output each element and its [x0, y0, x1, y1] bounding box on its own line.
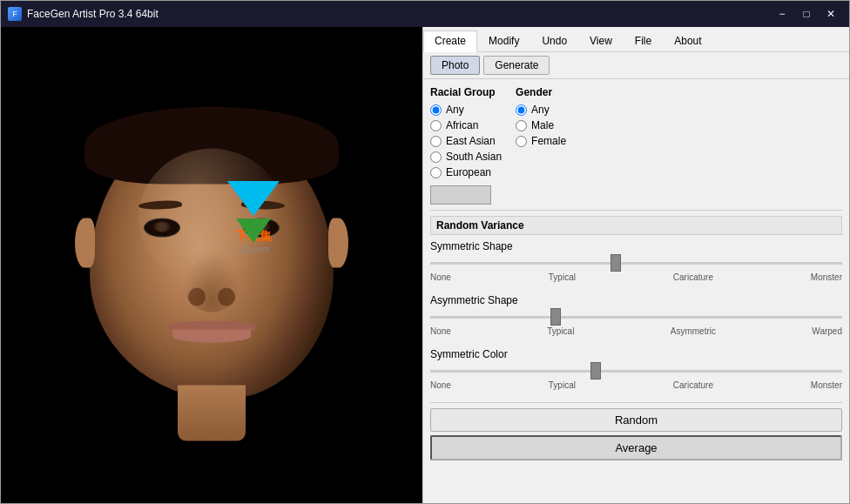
sym-color-label-monster: Monster	[811, 380, 842, 390]
sym-color-label-caricature: Caricature	[673, 380, 713, 390]
face-3d-view	[90, 120, 334, 399]
symmetric-shape-row: Symmetric Shape None Typical Caricature …	[430, 240, 842, 282]
random-variance-section-label: Random Variance	[430, 216, 842, 235]
asym-shape-label-asymmetric: Asymmetric	[671, 326, 716, 336]
racial-south-asian-radio[interactable]	[430, 151, 442, 163]
panel-content: Racial Group Any African	[423, 79, 849, 503]
gender-any[interactable]: Any	[516, 104, 566, 116]
sym-shape-label-typical: Typical	[549, 272, 576, 282]
age-input-box[interactable]	[430, 185, 491, 205]
sym-shape-label-monster: Monster	[811, 272, 842, 282]
racial-east-asian-label: East Asian	[446, 135, 496, 147]
eye-left	[144, 218, 180, 237]
ear-right	[328, 218, 347, 268]
app-icon: F	[8, 7, 22, 21]
sym-color-label-none: None	[430, 380, 451, 390]
gender-any-radio[interactable]	[516, 104, 527, 116]
racial-european-label: European	[446, 166, 491, 178]
average-button[interactable]: Average	[430, 435, 842, 460]
symmetric-color-track	[430, 362, 842, 380]
racial-european[interactable]: European	[430, 166, 502, 178]
gender-female-radio[interactable]	[516, 136, 527, 147]
photo-button[interactable]: Photo	[430, 56, 480, 75]
sym-shape-label-caricature: Caricature	[673, 272, 713, 282]
gender-section: Gender Any Male	[516, 86, 566, 205]
main-window: F FaceGen Artist Pro 3.4 64bit − □ ✕	[0, 0, 850, 504]
asymmetric-shape-row: Asymmetric Shape None Typical Asymmetric…	[430, 294, 842, 336]
symmetric-shape-slider[interactable]	[430, 262, 842, 265]
racial-european-radio[interactable]	[430, 167, 442, 178]
racial-group-label: Racial Group	[430, 86, 502, 98]
symmetric-color-tick-labels: None Typical Caricature Monster	[430, 380, 842, 390]
asymmetric-shape-tick-labels: None Typical Asymmetric Warped	[430, 326, 842, 336]
gender-label: Gender	[516, 86, 566, 98]
racial-any[interactable]: Any	[430, 104, 502, 116]
right-panel: Create Modify Undo View File About Photo…	[422, 27, 849, 503]
title-bar-left: F FaceGen Artist Pro 3.4 64bit	[8, 7, 159, 21]
divider-1	[430, 210, 842, 211]
racial-group-section: Racial Group Any African	[430, 86, 502, 205]
symmetric-color-label: Symmetric Color	[430, 348, 842, 360]
generate-button[interactable]: Generate	[483, 56, 550, 75]
mouth	[168, 320, 256, 343]
minimize-button[interactable]: −	[771, 5, 793, 23]
racial-south-asian[interactable]: South Asian	[430, 151, 502, 163]
divider-2	[430, 402, 842, 403]
racial-any-label: Any	[446, 104, 464, 116]
asymmetric-shape-label: Asymmetric Shape	[430, 294, 842, 306]
racial-african-label: African	[446, 119, 478, 131]
symmetric-shape-tick-labels: None Typical Caricature Monster	[430, 272, 842, 282]
sym-shape-label-none: None	[430, 272, 451, 282]
window-title: FaceGen Artist Pro 3.4 64bit	[27, 8, 159, 20]
neck	[178, 385, 246, 440]
menu-bar: Create Modify Undo View File About	[423, 27, 849, 52]
gender-male[interactable]: Male	[516, 119, 566, 131]
title-bar-controls: − □ ✕	[771, 5, 842, 23]
title-bar: F FaceGen Artist Pro 3.4 64bit − □ ✕	[1, 1, 849, 27]
menu-modify[interactable]: Modify	[477, 30, 530, 51]
asym-shape-label-warped: Warped	[812, 326, 842, 336]
asymmetric-shape-track	[430, 308, 842, 326]
symmetric-shape-label: Symmetric Shape	[430, 240, 842, 252]
racial-african-radio[interactable]	[430, 120, 442, 131]
toolbar: Photo Generate	[423, 52, 849, 79]
menu-file[interactable]: File	[624, 30, 663, 51]
gender-any-label: Any	[531, 104, 550, 116]
gender-male-radio[interactable]	[516, 120, 527, 131]
gender-female-label: Female	[531, 135, 566, 147]
asym-shape-label-typical: Typical	[547, 326, 574, 336]
racial-east-asian[interactable]: East Asian	[430, 135, 502, 147]
menu-undo[interactable]: Undo	[530, 30, 578, 51]
gender-female[interactable]: Female	[516, 135, 566, 147]
symmetric-color-row: Symmetric Color None Typical Caricature …	[430, 348, 842, 390]
menu-view[interactable]: View	[578, 30, 624, 51]
close-button[interactable]: ✕	[820, 5, 842, 23]
options-row: Racial Group Any African	[430, 86, 842, 205]
menu-about[interactable]: About	[663, 30, 712, 51]
racial-east-asian-radio[interactable]	[430, 136, 442, 147]
symmetric-shape-track	[430, 254, 842, 272]
maximize-button[interactable]: □	[795, 5, 818, 23]
racial-group-options: Any African East Asian	[430, 104, 502, 205]
gender-male-label: Male	[531, 119, 554, 131]
lips-lower	[172, 330, 252, 343]
face-shape	[90, 120, 334, 399]
racial-african[interactable]: African	[430, 119, 502, 131]
nose	[182, 251, 240, 312]
symmetric-color-slider[interactable]	[430, 370, 842, 373]
sym-color-label-typical: Typical	[549, 380, 576, 390]
asymmetric-shape-slider[interactable]	[430, 316, 842, 319]
gender-options: Any Male Female	[516, 104, 566, 147]
menu-create[interactable]: Create	[423, 30, 477, 52]
face-panel: 下载集 xzji.com	[1, 27, 422, 503]
content-area: 下载集 xzji.com Create Modify Undo View Fil…	[1, 27, 849, 503]
asym-shape-label-none: None	[430, 326, 451, 336]
racial-any-radio[interactable]	[430, 104, 442, 116]
ear-left	[75, 218, 94, 268]
random-button[interactable]: Random	[430, 408, 842, 432]
racial-south-asian-label: South Asian	[446, 151, 502, 163]
